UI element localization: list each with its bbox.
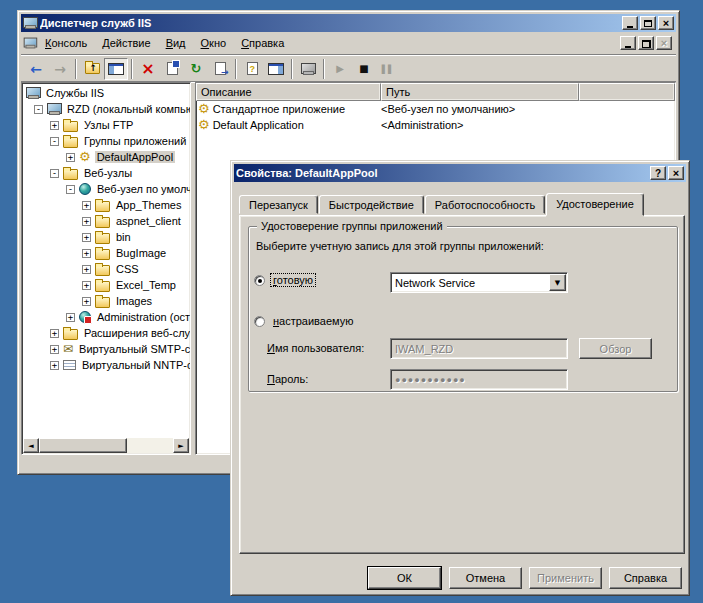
tab-performance[interactable]: Быстродействие [319,195,424,214]
back-button[interactable] [24,58,48,80]
menu-window[interactable]: Окно [194,34,234,52]
menu-console[interactable]: Консоль [38,34,94,52]
expand-toggle[interactable]: + [82,265,91,274]
expand-toggle[interactable]: - [50,169,59,178]
tab-recycling[interactable]: Перезапуск [239,195,318,214]
expand-toggle[interactable]: + [82,281,91,290]
window-titlebar[interactable]: Диспетчер служб IIS [21,14,676,32]
custom-account-option[interactable]: настраиваемую [254,315,356,327]
tree-item-label[interactable]: Узлы FTP [82,119,135,131]
tree-item-bin[interactable]: + bin [22,229,190,245]
tree-item-computer[interactable]: - RZD (локальный компьютер) [22,101,190,117]
scrollbar-thumb[interactable] [39,438,127,453]
tree-item-nntp-server[interactable]: + Виртуальный NNTP-сервер [22,357,190,373]
refresh-button[interactable] [184,58,208,80]
tree-item-ftp-sites[interactable]: + Узлы FTP [22,117,190,133]
tree-item-default-web-site[interactable]: - Веб-узел по умолчанию [22,181,190,197]
remote-computer-button[interactable] [296,58,320,80]
tree-horizontal-scrollbar[interactable]: ◄ ► [23,438,189,453]
tree-item-label[interactable]: Administration (остановлен) [95,311,190,323]
tree-item-app-pools[interactable]: - Группы приложений [22,133,190,149]
tree-item-aspnet-client[interactable]: + aspnet_client [22,213,190,229]
tree-item-web-service-extensions[interactable]: + Расширения веб-служб [22,325,190,341]
browse-button[interactable]: Обзор [579,338,652,359]
expand-toggle[interactable]: + [82,297,91,306]
expand-toggle[interactable]: + [66,313,75,322]
tree-item-label[interactable]: Расширения веб-служб [82,327,190,339]
radio-unchecked-icon[interactable] [254,316,265,327]
show-action-pane-button[interactable] [264,58,288,80]
expand-toggle[interactable]: + [50,345,59,354]
mdi-restore-button[interactable] [638,36,654,50]
scrollbar-track[interactable] [127,438,173,453]
properties-button[interactable] [160,58,184,80]
tree-item-label[interactable]: App_Themes [114,199,183,211]
mdi-close-button[interactable] [656,36,672,50]
menu-view[interactable]: Вид [159,34,193,52]
tree-item-label-selected[interactable]: DefaultAppPool [95,151,175,163]
custom-radio-label[interactable]: настраиваемую [271,315,356,327]
forward-button[interactable] [48,58,72,80]
scroll-left-arrow[interactable]: ◄ [23,438,39,453]
tree-item-iis-services[interactable]: Службы IIS [22,85,190,101]
apply-button[interactable]: Применить [529,567,602,589]
expand-toggle[interactable]: - [50,137,59,146]
column-header-empty[interactable] [579,83,675,101]
expand-toggle[interactable]: + [82,233,91,242]
tree-item-app-themes[interactable]: + App_Themes [22,197,190,213]
tree-item-excel-temp[interactable]: + Excel_Temp [22,277,190,293]
expand-toggle[interactable]: + [50,361,59,370]
delete-button[interactable] [136,58,160,80]
up-one-level-button[interactable] [80,58,104,80]
ok-button[interactable]: ОК [368,567,441,589]
list-row-default-application[interactable]: Default Application <Administration> [196,117,675,133]
tab-health[interactable]: Работоспособность [425,195,545,214]
list-row-standard-app[interactable]: Стандартное приложение <Веб-узел по умол… [196,101,675,117]
tree-item-label[interactable]: RZD (локальный компьютер) [65,103,190,115]
help-button[interactable] [240,58,264,80]
mdi-minimize-button[interactable] [620,36,636,50]
menu-action[interactable]: Действие [95,34,157,52]
tree-item-web-sites[interactable]: - Веб-узлы [22,165,190,181]
tree-item-label[interactable]: Службы IIS [44,87,106,99]
show-console-tree-button[interactable] [104,58,128,80]
password-field[interactable]: ●●●●●●●●●●● [390,369,568,390]
cancel-button[interactable]: Отмена [449,567,522,589]
close-button[interactable] [658,16,674,30]
tree-item-smtp-server[interactable]: + Виртуальный SMTP-сервер [22,341,190,357]
predefined-radio-label[interactable]: готовую [271,274,315,286]
expand-toggle[interactable]: + [82,249,91,258]
minimize-button[interactable] [622,16,638,30]
help-button[interactable]: Справка [609,567,682,589]
expand-toggle[interactable]: + [82,217,91,226]
pause-item-button[interactable] [376,58,400,80]
account-dropdown[interactable]: Network Service [390,272,568,293]
username-field[interactable]: IWAM_RZD [390,338,568,359]
tree-item-label[interactable]: Images [114,295,154,307]
tree-item-css[interactable]: + CSS [22,261,190,277]
stop-item-button[interactable] [352,58,376,80]
tab-identity[interactable]: Удостоверение [546,193,644,216]
tree-item-label[interactable]: Веб-узел по умолчанию [95,183,190,195]
tree-item-bugimage[interactable]: + BugImage [22,245,190,261]
expand-toggle[interactable]: - [66,185,75,194]
dialog-help-button[interactable] [650,166,666,180]
expand-toggle[interactable]: + [66,153,75,162]
tree-item-label[interactable]: Excel_Temp [114,279,178,291]
column-header-description[interactable]: Описание [196,83,381,101]
tree-item-defaultapppool[interactable]: + DefaultAppPool [22,149,190,165]
maximize-button[interactable] [640,16,656,30]
tree-item-label[interactable]: bin [114,231,133,243]
export-list-button[interactable] [208,58,232,80]
tree-item-label[interactable]: Группы приложений [82,135,188,147]
start-item-button[interactable] [328,58,352,80]
predefined-account-option[interactable]: готовую [254,274,315,286]
expand-toggle[interactable]: + [50,329,59,338]
tree-item-label[interactable]: Веб-узлы [82,167,134,179]
expand-toggle[interactable]: + [82,201,91,210]
tree-item-label[interactable]: Виртуальный NNTP-сервер [80,359,190,371]
radio-checked-icon[interactable] [254,275,265,286]
dialog-close-button[interactable] [668,166,684,180]
tree-item-administration[interactable]: + Administration (остановлен) [22,309,190,325]
tree-item-label[interactable]: CSS [114,263,141,275]
